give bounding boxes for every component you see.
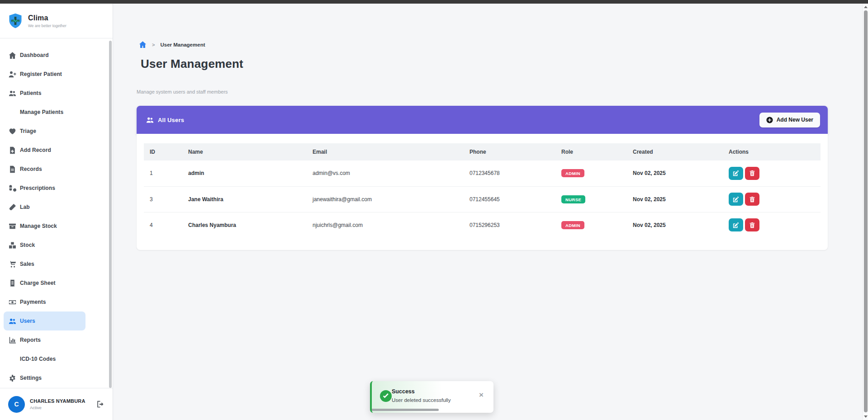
cell-actions — [723, 212, 821, 238]
sidebar-item-reports[interactable]: Reports — [0, 330, 85, 349]
toast-title: Success — [392, 388, 415, 395]
users-table-container: ID Name Email Phone Role Created Actions… — [137, 134, 828, 250]
users-icon — [9, 317, 16, 325]
edit-icon — [733, 222, 739, 228]
cell-created: Nov 02, 2025 — [627, 186, 723, 212]
sidebar-item-payments[interactable]: Payments — [0, 293, 85, 311]
cell-id: 3 — [144, 186, 182, 212]
clima-shield-logo-icon — [7, 13, 24, 29]
page-scrollbar-thumb[interactable] — [864, 10, 868, 412]
sidebar-item-add-record[interactable]: Add Record — [0, 141, 85, 160]
page-scrollbar[interactable] — [863, 4, 868, 420]
cell-role: ADMIN — [555, 212, 627, 238]
cell-actions — [723, 186, 821, 212]
table-header-row: ID Name Email Phone Role Created Actions — [144, 143, 821, 160]
users-icon — [9, 90, 16, 97]
sidebar-item-lab[interactable]: Lab — [0, 198, 85, 217]
column-header-phone: Phone — [464, 143, 555, 160]
users-panel: All Users Add New User ID Name Email Pho… — [137, 106, 828, 250]
sidebar-item-manage-stock[interactable]: Manage Stock — [0, 217, 85, 236]
top-black-bar — [0, 0, 868, 4]
table-row: 4 Charles Nyambura njuichrls@gmail.com 0… — [144, 212, 821, 238]
breadcrumb-current: User Management — [160, 42, 205, 47]
edit-user-button[interactable] — [729, 218, 743, 231]
cell-created: Nov 02, 2025 — [627, 160, 723, 186]
gear-icon — [9, 374, 16, 382]
cell-name: Charles Nyambura — [182, 212, 307, 238]
cell-id: 1 — [144, 160, 182, 186]
sidebar-item-sales[interactable]: Sales — [0, 255, 85, 274]
sidebar-item-stock[interactable]: Stock — [0, 236, 85, 255]
scroll-down-arrow-icon[interactable] — [863, 414, 868, 419]
cell-actions — [723, 160, 821, 186]
table-row: 1 admin admin@vs.com 0712345678 ADMIN No… — [144, 160, 821, 186]
sidebar-item-patients[interactable]: Patients — [0, 84, 85, 103]
chart-icon — [9, 336, 16, 344]
users-panel-header: All Users Add New User — [137, 106, 828, 134]
sidebar: Clima We are better together Dashboard R… — [0, 4, 113, 420]
sidebar-item-settings[interactable]: Settings — [0, 368, 85, 387]
home-icon[interactable] — [139, 41, 147, 48]
sidebar-item-records[interactable]: Records — [0, 160, 85, 179]
check-circle-icon — [380, 390, 392, 402]
toast-progress-bar — [372, 409, 439, 411]
sidebar-item-charge-sheet[interactable]: Charge Sheet — [0, 274, 85, 293]
add-new-user-button[interactable]: Add New User — [759, 113, 820, 127]
vial-icon — [9, 203, 16, 211]
sidebar-item-triage[interactable]: Triage — [0, 122, 85, 141]
cell-created: Nov 02, 2025 — [627, 212, 723, 238]
brand: Clima We are better together — [0, 4, 113, 38]
delete-user-button[interactable] — [745, 167, 759, 180]
file-plus-icon — [9, 146, 16, 154]
cell-email: janewaithira@gmail.com — [307, 186, 464, 212]
column-header-id: ID — [144, 143, 182, 160]
page-subtitle: Manage system users and staff members — [137, 89, 228, 94]
receipt-icon — [9, 279, 16, 287]
cell-phone: 0712345678 — [464, 160, 555, 186]
current-user-status: Active — [30, 405, 85, 410]
sidebar-scrollbar-thumb[interactable] — [109, 41, 112, 388]
page-title: User Management — [141, 57, 243, 71]
sidebar-item-prescriptions[interactable]: Prescriptions — [0, 179, 85, 198]
cell-phone: 0712455645 — [464, 186, 555, 212]
scroll-up-arrow-icon[interactable] — [863, 5, 868, 9]
sidebar-item-users[interactable]: Users — [4, 311, 85, 330]
home-icon — [9, 52, 16, 59]
edit-icon — [733, 196, 739, 203]
avatar: C — [8, 396, 25, 413]
edit-user-button[interactable] — [729, 193, 743, 206]
cell-email: admin@vs.com — [307, 160, 464, 186]
users-table: ID Name Email Phone Role Created Actions… — [144, 143, 821, 238]
cell-role: ADMIN — [555, 160, 627, 186]
delete-user-button[interactable] — [745, 193, 759, 206]
app-tagline: We are better together — [28, 24, 66, 28]
sidebar-item-dashboard[interactable]: Dashboard — [0, 46, 85, 65]
users-icon — [146, 116, 154, 124]
column-header-role: Role — [555, 143, 627, 160]
success-toast: Success User deleted successfully × — [370, 381, 493, 413]
breadcrumb: > User Management — [139, 41, 205, 48]
sidebar-item-register-patient[interactable]: Register Patient — [0, 65, 85, 84]
sidebar-user-footer: C CHARLES NYAMBURA Active — [0, 388, 113, 420]
app-name: Clima — [28, 14, 66, 22]
cell-name: admin — [182, 160, 307, 186]
edit-user-button[interactable] — [729, 167, 743, 180]
trash-icon — [749, 170, 755, 176]
panel-title: All Users — [158, 117, 184, 123]
logout-icon[interactable] — [96, 400, 104, 408]
delete-user-button[interactable] — [745, 218, 759, 231]
edit-icon — [733, 170, 739, 176]
column-header-created: Created — [627, 143, 723, 160]
cell-id: 4 — [144, 212, 182, 238]
column-header-name: Name — [182, 143, 307, 160]
pills-icon — [9, 184, 16, 192]
close-icon[interactable]: × — [479, 391, 484, 399]
trash-icon — [749, 222, 755, 228]
heart-icon — [9, 127, 16, 135]
column-header-email: Email — [307, 143, 464, 160]
sidebar-item-manage-patients[interactable]: Manage Patients — [0, 103, 85, 122]
role-badge: ADMIN — [561, 169, 584, 177]
user-plus-icon — [9, 71, 16, 78]
add-new-user-label: Add New User — [777, 117, 813, 123]
sidebar-item-icd-10-codes[interactable]: ICD-10 Codes — [0, 349, 85, 368]
